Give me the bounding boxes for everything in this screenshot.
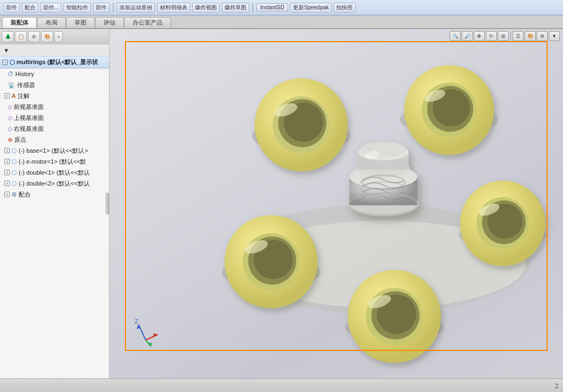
tab-layout[interactable]: 布局	[37, 17, 66, 28]
double1-icon: ⬡	[12, 169, 17, 176]
tree-item-history[interactable]: ⏱ History	[0, 68, 109, 79]
sensor-label: 传感器	[17, 81, 35, 89]
panel-btn-properties[interactable]: 📋	[15, 31, 27, 42]
right-plane-icon: ◇	[8, 125, 12, 132]
panel-btn-display[interactable]: 🎨	[41, 31, 53, 42]
axes-indicator: Z	[130, 318, 160, 348]
ribbon-toolbar: 部件 配合 部件... 智能扣件 部件 添加运动算例 材料明细表 爆炸视图 爆炸…	[0, 0, 563, 15]
emotor1-label: (-) e-motor<1> (默认<<默	[19, 158, 86, 166]
tree-item-notes[interactable]: + A 注解	[0, 90, 109, 101]
base1-expand[interactable]: +	[4, 148, 10, 153]
origin-icon: ⊕	[8, 136, 13, 143]
vp-btn-view-options[interactable]: ☰	[513, 31, 524, 41]
view-tabs-row: 装配体 布局 草图 评估 办公室产品	[0, 15, 563, 28]
origin-label: 原点	[14, 136, 26, 144]
toolbar-icon-assembly: 部件	[3, 3, 20, 13]
tree-header: - ⬡ multirings (默认<默认_显示状	[0, 56, 109, 68]
toolbar-icon-explode-sketch[interactable]: 爆炸草图	[222, 3, 249, 13]
top-plane-label: 上视基准面	[14, 114, 44, 122]
vp-btn-zoom-in[interactable]: 🔍	[450, 31, 461, 41]
toolbar-icon-fastener[interactable]: 智能扣件	[64, 3, 91, 13]
tab-assembly[interactable]: 装配体	[2, 17, 37, 28]
history-label: History	[15, 71, 34, 77]
tab-sketch[interactable]: 草图	[66, 17, 95, 28]
right-plane-label: 右视基准面	[14, 125, 44, 133]
tree-item-base1[interactable]: + ⬡ (-) base<1> (默认<<默认>	[0, 145, 109, 156]
vp-btn-rotate[interactable]: ↻	[486, 31, 497, 41]
tree-item-double1[interactable]: + ⬡ (-) double<1> (默认<<默认	[0, 167, 109, 178]
top-plane-icon: ◇	[8, 114, 12, 122]
panel-btn-config[interactable]: ⚙	[28, 31, 40, 42]
mate-icon: ⚙	[12, 191, 17, 198]
panel-btn-tree[interactable]: 🌲	[2, 31, 14, 42]
separator1	[113, 3, 113, 13]
tree-item-sensor[interactable]: 📡 传感器	[0, 79, 109, 90]
toolbar-icon-parts2[interactable]: 部件...	[41, 3, 61, 13]
emotor1-expand[interactable]: +	[4, 159, 10, 164]
vp-btn-pan[interactable]: ✥	[474, 31, 485, 41]
toolbar-icon-snapshot[interactable]: 拍快照	[334, 3, 355, 13]
vp-btn-fit[interactable]: ⊞	[498, 31, 509, 41]
tree-content: ⏱ History 📡 传感器 + A 注解 ◇ 前视基准面 ◇	[0, 68, 109, 378]
tree-item-top-plane[interactable]: ◇ 上视基准面	[0, 112, 109, 123]
base1-icon: ⬡	[12, 147, 17, 154]
panel-btn-expand[interactable]: »	[54, 31, 63, 42]
toolbar-icon-explode[interactable]: 爆炸视图	[192, 3, 220, 13]
tab-evaluate[interactable]: 评估	[95, 17, 124, 28]
vp-separator1	[510, 32, 511, 40]
mate-label: 配合	[19, 191, 31, 199]
double1-label: (-) double<1> (默认<<默认	[19, 169, 90, 177]
filter-icon[interactable]: ▼	[3, 47, 9, 54]
tree-item-emotor1[interactable]: + ⬡ (-) e-motor<1> (默认<<默	[0, 156, 109, 167]
double2-label: (-) double<2> (默认<<默认	[19, 180, 90, 188]
toolbar-icon-bom[interactable]: 材料明细表	[157, 3, 190, 13]
top-ribbon-area: 部件 配合 部件... 智能扣件 部件 添加运动算例 材料明细表 爆炸视图 爆炸…	[0, 0, 563, 29]
vp-btn-more[interactable]: ▼	[549, 31, 560, 41]
tab-office[interactable]: 办公室产品	[124, 17, 171, 28]
tree-item-origin[interactable]: ⊕ 原点	[0, 134, 109, 145]
panel-resize-handle[interactable]: ⋮	[106, 193, 109, 215]
toolbar-icon-motion[interactable]: 添加运动算例	[117, 3, 155, 13]
double1-expand[interactable]: +	[4, 170, 10, 175]
toolbar-icon-mate[interactable]: 配合	[22, 3, 38, 13]
double2-icon: ⬡	[12, 180, 17, 187]
left-panel: 🌲 📋 ⚙ 🎨 » ▼ - ⬡ multirings (默认<默认_显示状 ⏱ …	[0, 29, 110, 378]
tree-item-mate[interactable]: + ⚙ 配合	[0, 189, 109, 200]
notes-expand[interactable]: +	[4, 93, 10, 99]
assembly-icon: ⬡	[9, 59, 15, 66]
mate-expand[interactable]: +	[4, 192, 10, 197]
vp-btn-settings[interactable]: ⚙	[537, 31, 548, 41]
separator2	[252, 3, 253, 13]
tree-header-label: multirings (默认<默认_显示状	[16, 58, 98, 66]
svg-marker-50	[148, 343, 152, 347]
front-plane-icon: ◇	[8, 103, 12, 111]
vp-btn-zoom-out[interactable]: 🔎	[462, 31, 473, 41]
filter-row: ▼	[0, 44, 109, 56]
front-plane-label: 前视基准面	[14, 103, 44, 111]
tree-item-front-plane[interactable]: ◇ 前视基准面	[0, 101, 109, 112]
emotor1-icon: ⬡	[12, 158, 17, 165]
panel-toolbar: 🌲 📋 ⚙ 🎨 »	[0, 29, 109, 44]
toolbar-icon-speedpak[interactable]: 更新Speedpak	[290, 3, 331, 13]
toolbar-icon-instant[interactable]: InstantSD	[256, 3, 288, 11]
double2-expand[interactable]: +	[4, 181, 10, 186]
status-bar: Z	[0, 378, 563, 392]
viewport-toolbar: 🔍 🔎 ✥ ↻ ⊞ ☰ 🎨 ⚙ ▼	[450, 31, 560, 41]
tree-item-double2[interactable]: + ⬡ (-) double<2> (默认<<默认	[0, 178, 109, 189]
viewport[interactable]: 🔍 🔎 ✥ ↻ ⊞ ☰ 🎨 ⚙ ▼	[110, 29, 563, 378]
svg-text:Z: Z	[135, 318, 139, 325]
sensor-icon: 📡	[8, 82, 15, 89]
tree-item-right-plane[interactable]: ◇ 右视基准面	[0, 123, 109, 134]
3d-scene-svg	[110, 29, 563, 378]
base1-label: (-) base<1> (默认<<默认>	[19, 147, 88, 155]
expand-icon[interactable]: -	[2, 60, 8, 65]
coord-indicator: Z	[555, 383, 559, 389]
notes-icon: A	[12, 93, 16, 99]
notes-label: 注解	[18, 92, 30, 100]
main-content: 🌲 📋 ⚙ 🎨 » ▼ - ⬡ multirings (默认<默认_显示状 ⏱ …	[0, 29, 563, 378]
toolbar-icon-parts3[interactable]: 部件	[93, 3, 110, 13]
vp-btn-appearance[interactable]: 🎨	[525, 31, 536, 41]
history-icon: ⏱	[8, 71, 14, 77]
